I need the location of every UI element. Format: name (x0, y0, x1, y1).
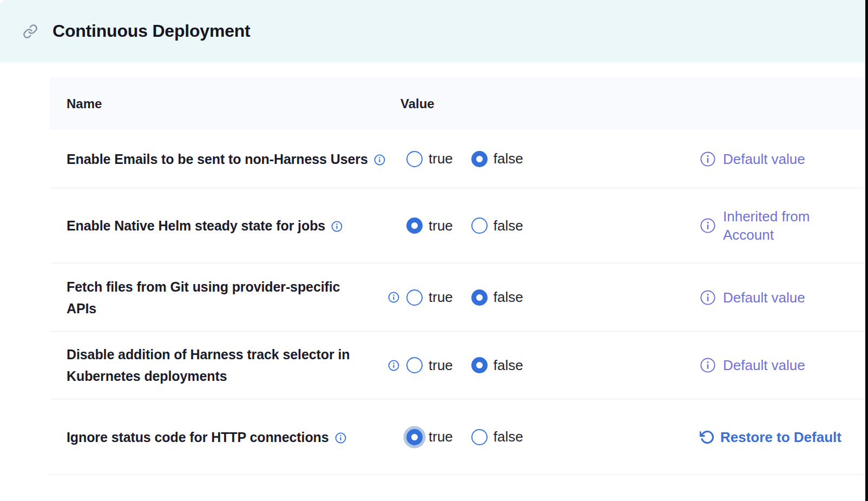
radio-false[interactable] (471, 357, 488, 373)
info-icon[interactable] (388, 360, 399, 371)
column-header-name: Name (67, 96, 388, 111)
info-icon[interactable] (374, 154, 385, 166)
setting-status: Default value (700, 150, 868, 168)
radio-true[interactable] (406, 357, 423, 373)
section-header: Continuous Deployment (0, 0, 868, 62)
radio-false-label[interactable]: false (494, 289, 523, 306)
radio-false-label[interactable]: false (494, 150, 523, 167)
setting-value: true false (388, 150, 700, 167)
table-header-row: Name Value (50, 77, 868, 130)
radio-true-label[interactable]: true (429, 429, 453, 445)
restore-to-default-button[interactable]: Restore to Default (700, 428, 868, 446)
radio-true-label[interactable]: true (429, 217, 453, 234)
setting-status: Default value (700, 356, 868, 374)
radio-false[interactable] (471, 151, 488, 167)
setting-value: true false (388, 357, 700, 374)
setting-name: Disable addition of Harness track select… (67, 347, 350, 384)
table-row: Disable addition of Harness track select… (50, 332, 868, 399)
settings-table: Name Value Enable Emails to be sent to n… (50, 77, 868, 475)
table-row: Enable Emails to be sent to non-Harness … (50, 130, 868, 188)
radio-false-label[interactable]: false (494, 217, 523, 234)
setting-name: Ignore status code for HTTP connections (67, 430, 329, 445)
right-edge-divider (865, 0, 868, 501)
info-icon[interactable] (388, 292, 399, 303)
info-icon[interactable] (331, 221, 343, 232)
radio-false-label[interactable]: false (494, 429, 523, 445)
setting-name: Enable Emails to be sent to non-Harness … (67, 151, 368, 167)
radio-true-label[interactable]: true (429, 289, 453, 306)
link-icon[interactable] (23, 24, 38, 39)
radio-true[interactable] (406, 151, 423, 167)
radio-false[interactable] (471, 429, 488, 445)
status-label: Default value (723, 150, 805, 168)
info-icon[interactable] (700, 151, 716, 167)
radio-true[interactable] (406, 217, 423, 234)
radio-false[interactable] (471, 289, 488, 306)
page-title: Continuous Deployment (52, 21, 251, 41)
settings-page: Continuous Deployment Name Value Enable … (0, 0, 868, 501)
radio-true[interactable] (406, 429, 423, 445)
column-header-value: Value (388, 96, 700, 111)
setting-value: true false (388, 289, 700, 306)
status-label: Restore to Default (720, 428, 841, 446)
info-icon[interactable] (700, 217, 716, 234)
setting-status: Default value (700, 288, 868, 307)
info-icon[interactable] (700, 357, 716, 373)
setting-name: Enable Native Helm steady state for jobs (67, 218, 325, 233)
table-row: Enable Native Helm steady state for jobs… (50, 188, 868, 263)
radio-false[interactable] (471, 217, 488, 234)
status-label: Inherited from Account (723, 207, 839, 244)
radio-true[interactable] (406, 289, 423, 306)
status-label: Default value (723, 288, 805, 307)
setting-value: true false (388, 217, 700, 234)
radio-false-label[interactable]: false (494, 357, 523, 374)
info-icon[interactable] (335, 432, 346, 444)
settings-rows: Enable Emails to be sent to non-Harness … (50, 130, 868, 475)
radio-true-label[interactable]: true (429, 150, 453, 167)
radio-true-label[interactable]: true (429, 357, 453, 374)
setting-value: true false (388, 429, 700, 445)
info-icon[interactable] (700, 289, 716, 306)
restore-icon[interactable] (700, 430, 715, 445)
status-label: Default value (723, 356, 805, 374)
table-row: Ignore status code for HTTP connections … (50, 399, 868, 475)
setting-name: Fetch files from Git using provider-spec… (67, 279, 340, 316)
table-row: Fetch files from Git using provider-spec… (50, 263, 868, 332)
setting-status: Inherited from Account (700, 207, 868, 244)
